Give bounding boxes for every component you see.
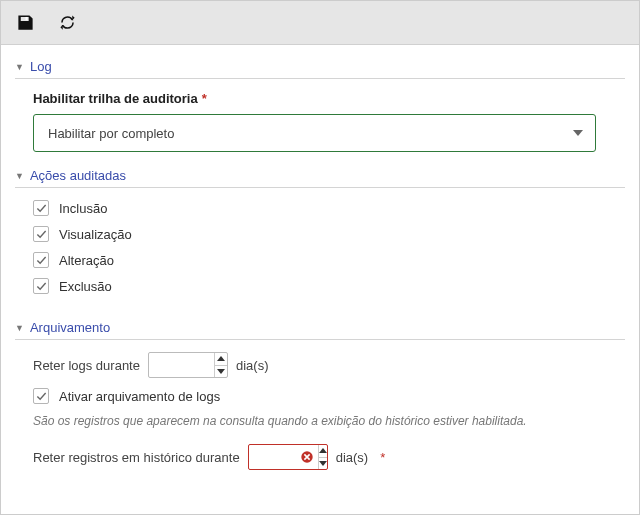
- checkbox-label: Alteração: [59, 253, 114, 268]
- audit-trail-label: Habilitar trilha de auditoria*: [33, 91, 621, 106]
- audit-trail-select-value: Habilitar por completo: [48, 126, 174, 141]
- checkbox-row-archive: Ativar arquivamento de logs: [33, 388, 621, 404]
- arrow-up-icon: [217, 356, 225, 361]
- check-icon: [36, 229, 47, 240]
- spin-buttons: [318, 445, 327, 469]
- spin-up-button[interactable]: [319, 445, 327, 458]
- collapse-icon: ▼: [15, 171, 24, 181]
- checkbox-exclusao[interactable]: [33, 278, 49, 294]
- section-title-log: Log: [30, 59, 52, 74]
- spin-down-button[interactable]: [215, 366, 227, 378]
- spin-buttons: [214, 353, 227, 377]
- archive-hint: São os registros que aparecem na consult…: [33, 414, 621, 428]
- audit-trail-select[interactable]: Habilitar por completo: [33, 114, 596, 152]
- collapse-icon: ▼: [15, 62, 24, 72]
- settings-panel: ▼ Log Habilitar trilha de auditoria* Hab…: [0, 0, 640, 515]
- section-header-arquivamento[interactable]: ▼ Arquivamento: [15, 314, 625, 340]
- retain-logs-spinner: [148, 352, 228, 378]
- section-header-log[interactable]: ▼ Log: [15, 53, 625, 79]
- checkbox-alteracao[interactable]: [33, 252, 49, 268]
- section-title-arquivamento: Arquivamento: [30, 320, 110, 335]
- checkbox-visualizacao[interactable]: [33, 226, 49, 242]
- save-icon: [16, 13, 35, 32]
- checkbox-row-alteracao: Alteração: [33, 252, 621, 268]
- save-button[interactable]: [15, 13, 35, 33]
- retain-logs-unit: dia(s): [236, 358, 269, 373]
- arrow-down-icon: [217, 369, 225, 374]
- checkbox-row-visualizacao: Visualização: [33, 226, 621, 242]
- retain-logs-input[interactable]: [149, 353, 214, 377]
- retain-history-spinner: [248, 444, 328, 470]
- checkbox-label: Visualização: [59, 227, 132, 242]
- collapse-icon: ▼: [15, 323, 24, 333]
- svg-rect-0: [25, 17, 27, 20]
- checkbox-label: Exclusão: [59, 279, 112, 294]
- section-title-acoes: Ações auditadas: [30, 168, 126, 183]
- refresh-button[interactable]: [57, 13, 77, 33]
- checkbox-enable-archive[interactable]: [33, 388, 49, 404]
- checkbox-inclusao[interactable]: [33, 200, 49, 216]
- checkbox-label: Ativar arquivamento de logs: [59, 389, 220, 404]
- retain-logs-label: Reter logs durante: [33, 358, 140, 373]
- retain-history-row: Reter registros em histórico durante dia…: [33, 444, 621, 470]
- toolbar: [1, 1, 639, 45]
- spin-up-button[interactable]: [215, 353, 227, 366]
- section-header-acoes[interactable]: ▼ Ações auditadas: [15, 162, 625, 188]
- required-mark: *: [202, 91, 207, 106]
- spin-down-button[interactable]: [319, 458, 327, 470]
- retain-history-input[interactable]: [249, 445, 296, 469]
- retain-history-label: Reter registros em histórico durante: [33, 450, 240, 465]
- arrow-up-icon: [319, 448, 327, 453]
- content: ▼ Log Habilitar trilha de auditoria* Hab…: [1, 45, 639, 514]
- retain-logs-row: Reter logs durante dia(s): [33, 352, 621, 378]
- check-icon: [36, 391, 47, 402]
- refresh-icon: [58, 13, 77, 32]
- required-mark: *: [380, 450, 385, 465]
- section-body-arquivamento: Reter logs durante dia(s) Ativar arquiva…: [15, 352, 625, 490]
- chevron-down-icon: [573, 130, 583, 136]
- check-icon: [36, 255, 47, 266]
- check-icon: [36, 281, 47, 292]
- check-icon: [36, 203, 47, 214]
- checkbox-row-exclusao: Exclusão: [33, 278, 621, 294]
- section-body-log: Habilitar trilha de auditoria* Habilitar…: [15, 91, 625, 162]
- section-body-acoes: Inclusão Visualização Alteração Exclusão: [15, 200, 625, 314]
- arrow-down-icon: [319, 461, 327, 466]
- checkbox-row-inclusao: Inclusão: [33, 200, 621, 216]
- retain-history-unit: dia(s): [336, 450, 369, 465]
- checkbox-label: Inclusão: [59, 201, 107, 216]
- error-icon: [296, 445, 318, 469]
